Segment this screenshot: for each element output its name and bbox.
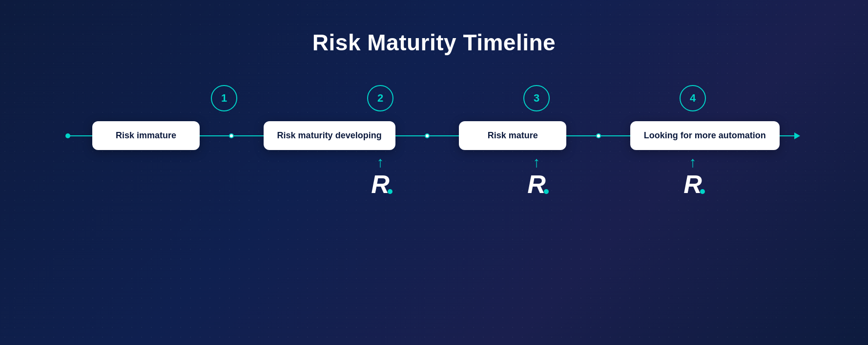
- stage-card-4: Looking for more automation: [630, 121, 780, 150]
- stage-card-1: Risk immature: [92, 121, 200, 150]
- line-end: [780, 135, 794, 136]
- timeline-arrow-end: [794, 132, 800, 139]
- below-step-3: ↑ R: [458, 155, 615, 197]
- r-logo-4: R: [683, 172, 702, 197]
- dot-1-2: [229, 133, 234, 138]
- timeline-line-start: [68, 135, 92, 136]
- timeline-wrapper: 1 2 3 4 Risk immature Risk maturity deve…: [68, 85, 800, 197]
- step-3-number: 3: [523, 85, 550, 111]
- stage-card-1-label: Risk immature: [116, 130, 176, 141]
- below-row: ↑ R ↑ R ↑ R: [68, 155, 800, 197]
- dot-2-3: [425, 133, 430, 138]
- below-step-4: ↑ R: [615, 155, 771, 197]
- timeline-main: Risk immature Risk maturity developing R…: [68, 121, 800, 150]
- stage-card-3: Risk mature: [459, 121, 566, 150]
- step-2-number: 2: [367, 85, 393, 111]
- stage-card-2: Risk maturity developing: [264, 121, 395, 150]
- up-arrow-2: ↑: [377, 155, 384, 170]
- r-logo-3: R: [527, 172, 546, 197]
- step-2-number-container: 2: [302, 85, 458, 111]
- step-4-number: 4: [680, 85, 706, 111]
- stage-card-3-label: Risk mature: [488, 130, 538, 141]
- step-4-number-container: 4: [615, 85, 771, 111]
- step-1-number-container: 1: [146, 85, 302, 111]
- step-1-number: 1: [211, 85, 237, 111]
- stage-card-4-label: Looking for more automation: [644, 130, 766, 141]
- line-1-2: [200, 135, 229, 136]
- line-3-4: [566, 135, 596, 136]
- dot-3-4: [596, 133, 601, 138]
- line-2-3: [395, 135, 425, 136]
- line-2-3b: [430, 135, 459, 136]
- line-1-2b: [234, 135, 263, 136]
- numbers-row: 1 2 3 4: [68, 85, 800, 111]
- below-step-2: ↑ R: [302, 155, 458, 197]
- up-arrow-4: ↑: [689, 155, 697, 170]
- stage-card-2-label: Risk maturity developing: [277, 130, 382, 141]
- step-3-number-container: 3: [458, 85, 615, 111]
- page-title: Risk Maturity Timeline: [312, 29, 556, 56]
- up-arrow-3: ↑: [533, 155, 540, 170]
- line-3-4b: [601, 135, 630, 136]
- r-logo-2: R: [371, 172, 390, 197]
